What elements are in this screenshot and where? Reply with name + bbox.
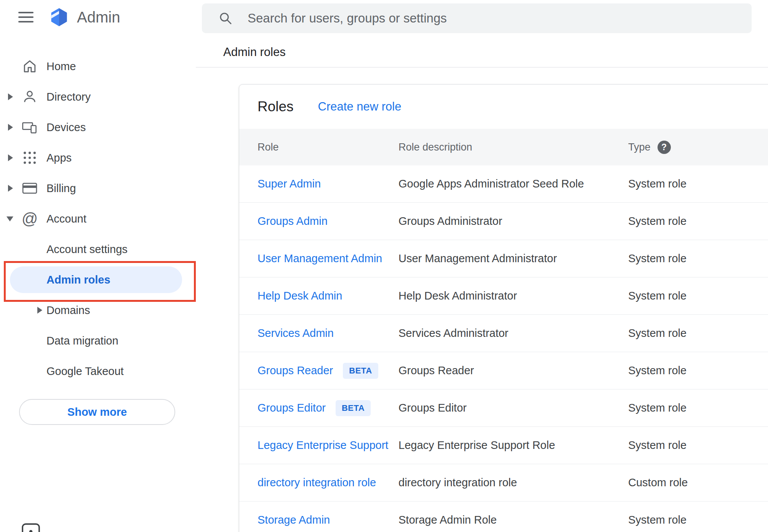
menu-bar (18, 16, 34, 18)
sidebar-header: Admin (0, 0, 120, 34)
role-type: System role (628, 290, 768, 302)
sidebar-item-apps[interactable]: Apps (0, 143, 196, 173)
table-row: User Management Admin User Management Ad… (239, 240, 768, 277)
partially-visible-bottom-icon[interactable] (21, 523, 40, 532)
admin-hexagon-icon (49, 7, 69, 27)
column-header-description: Role description (398, 141, 628, 153)
role-description: Help Desk Administrator (398, 290, 628, 302)
sidebar-item-google-takeout[interactable]: Google Takeout (0, 356, 196, 386)
apps-icon (21, 149, 39, 167)
directory-icon (21, 88, 39, 106)
sidebar-item-billing[interactable]: Billing (0, 173, 196, 204)
table-row: Super Admin Google Apps Administrator Se… (239, 165, 768, 203)
role-description: directory integration role (398, 476, 628, 489)
roles-table-body: Super Admin Google Apps Administrator Se… (239, 165, 768, 532)
sidebar-item-label: Account (46, 213, 86, 225)
create-new-role-link[interactable]: Create new role (318, 100, 402, 114)
sidebar-item-label: Domains (46, 304, 90, 317)
role-type: System role (628, 402, 768, 414)
role-cell: Groups Editor BETA (258, 400, 398, 416)
sidebar-item-account[interactable]: @ Account (0, 204, 196, 234)
role-cell: Groups Reader BETA (258, 363, 398, 379)
role-link[interactable]: Groups Editor (258, 402, 326, 414)
role-description: Groups Administrator (398, 215, 628, 228)
roles-card: Roles Create new role Role Role descript… (239, 84, 768, 532)
role-link[interactable]: Super Admin (258, 178, 321, 190)
table-row: directory integration role directory int… (239, 464, 768, 502)
home-icon (21, 57, 39, 75)
role-cell: Super Admin (258, 178, 398, 190)
role-type: System role (628, 178, 768, 190)
role-type: System role (628, 439, 768, 452)
role-cell: Help Desk Admin (258, 290, 398, 302)
role-cell: Storage Admin (258, 514, 398, 526)
devices-icon (21, 118, 39, 136)
sidebar-item-label: Data migration (46, 335, 118, 347)
admin-logo[interactable]: Admin (49, 7, 120, 27)
role-description: Groups Reader (398, 364, 628, 377)
menu-bar (18, 12, 34, 13)
main-content: Admin roles Roles Create new role Role R… (196, 0, 768, 532)
sidebar-item-label: Account settings (46, 243, 128, 256)
expand-caret-icon (8, 124, 13, 131)
role-link[interactable]: Help Desk Admin (258, 290, 342, 302)
help-icon[interactable]: ? (658, 141, 671, 154)
breadcrumb: Admin roles (223, 45, 286, 59)
sidebar-item-label: Directory (46, 91, 91, 103)
table-row: Services Admin Services Administrator Sy… (239, 315, 768, 352)
sidebar-item-label: Billing (46, 182, 76, 195)
show-more-button[interactable]: Show more (19, 399, 175, 425)
sidebar-item-label: Admin roles (46, 274, 110, 286)
sidebar-item-label: Apps (46, 152, 72, 164)
role-type: System role (628, 215, 768, 228)
roles-card-header: Roles Create new role (239, 85, 768, 129)
column-header-type: Type ? (628, 141, 768, 154)
role-link[interactable]: Groups Admin (258, 215, 328, 228)
expand-caret-icon (37, 307, 42, 314)
expand-caret-icon (8, 93, 13, 100)
role-link[interactable]: directory integration role (258, 476, 376, 489)
sidebar-item-directory[interactable]: Directory (0, 82, 196, 112)
column-header-role: Role (258, 141, 398, 153)
sidebar-item-admin-roles[interactable]: Admin roles (0, 264, 196, 295)
sidebar-item-devices[interactable]: Devices (0, 112, 196, 143)
role-description: User Management Administrator (398, 252, 628, 265)
table-row: Groups Editor BETA Groups Editor System … (239, 389, 768, 427)
search-input[interactable] (248, 11, 740, 26)
page-title: Roles (258, 99, 294, 115)
sidebar-item-home[interactable]: Home (0, 51, 196, 82)
role-link[interactable]: Storage Admin (258, 514, 330, 526)
sidebar-item-domains[interactable]: Domains (0, 295, 196, 325)
sidebar-item-account-settings[interactable]: Account settings (0, 234, 196, 264)
role-type: System role (628, 252, 768, 265)
role-description: Google Apps Administrator Seed Role (398, 178, 628, 190)
role-link[interactable]: Services Admin (258, 327, 334, 340)
sidebar-item-label: Devices (46, 121, 86, 134)
collapse-caret-icon (6, 216, 13, 221)
beta-badge: BETA (336, 400, 371, 416)
header-divider (196, 67, 768, 67)
sidebar: Admin Home Directory Devices (0, 0, 196, 532)
role-link[interactable]: User Management Admin (258, 252, 382, 265)
role-type: Custom role (628, 476, 768, 489)
role-description: Storage Admin Role (398, 514, 628, 526)
role-type: System role (628, 364, 768, 377)
app-title: Admin (77, 9, 120, 26)
table-header-row: Role Role description Type ? (239, 129, 768, 165)
menu-icon[interactable] (18, 9, 34, 26)
role-cell: Services Admin (258, 327, 398, 340)
sidebar-item-label: Google Takeout (46, 365, 124, 378)
role-type: System role (628, 327, 768, 340)
table-row: Legacy Enterprise Support Legacy Enterpr… (239, 427, 768, 464)
role-link[interactable]: Groups Reader (258, 364, 333, 377)
role-description: Groups Editor (398, 402, 628, 414)
table-row: Help Desk Admin Help Desk Administrator … (239, 277, 768, 315)
billing-icon (21, 179, 39, 197)
search-bar[interactable] (202, 3, 752, 33)
table-row: Groups Reader BETA Groups Reader System … (239, 352, 768, 389)
expand-caret-icon (8, 154, 13, 161)
type-column-label: Type (628, 141, 651, 153)
role-link[interactable]: Legacy Enterprise Support (258, 439, 388, 452)
sidebar-item-data-migration[interactable]: Data migration (0, 325, 196, 356)
role-cell: directory integration role (258, 476, 398, 489)
